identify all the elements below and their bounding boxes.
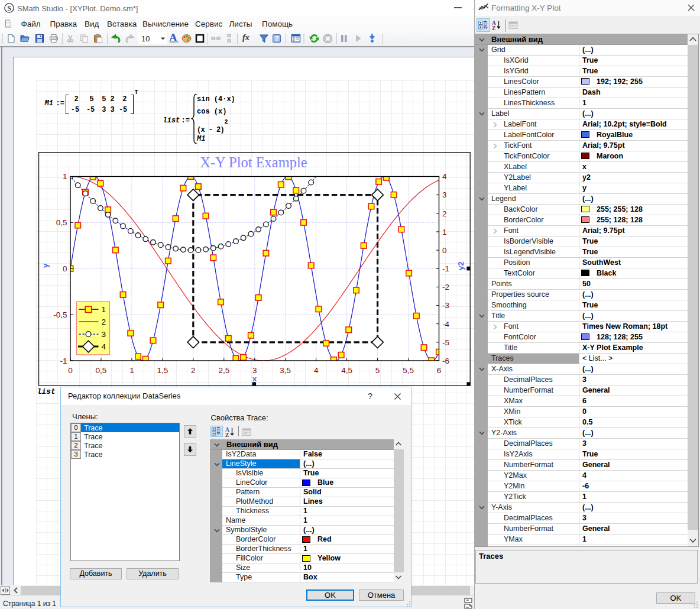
svg-text:2: 2 bbox=[442, 209, 447, 218]
svg-text:3: 3 bbox=[102, 330, 106, 339]
svg-text:2,5: 2,5 bbox=[218, 366, 229, 375]
svg-text:1,5: 1,5 bbox=[157, 366, 168, 375]
svg-text:2: 2 bbox=[191, 366, 196, 375]
svg-text:1: 1 bbox=[129, 366, 134, 375]
svg-text:0: 0 bbox=[63, 264, 67, 273]
svg-text:-0,5: -0,5 bbox=[53, 310, 67, 319]
svg-text:1: 1 bbox=[63, 172, 67, 181]
svg-text:-1: -1 bbox=[442, 264, 449, 273]
svg-text:-4: -4 bbox=[442, 320, 449, 329]
svg-text:5,5: 5,5 bbox=[403, 366, 414, 375]
svg-text:0,5: 0,5 bbox=[56, 218, 67, 227]
svg-text:Z: Z bbox=[225, 432, 229, 438]
svg-text:4: 4 bbox=[102, 342, 106, 351]
svg-text:-5: -5 bbox=[442, 338, 449, 347]
svg-text:S: S bbox=[7, 4, 11, 12]
svg-text:1: 1 bbox=[102, 305, 106, 314]
svg-text:-2: -2 bbox=[442, 283, 449, 291]
svg-text:-6: -6 bbox=[442, 357, 449, 365]
svg-text:0: 0 bbox=[68, 366, 73, 375]
svg-text:3: 3 bbox=[442, 190, 447, 199]
svg-text:-3: -3 bbox=[442, 301, 449, 310]
svg-text:4,5: 4,5 bbox=[341, 366, 352, 375]
svg-text:x: x bbox=[252, 374, 257, 383]
svg-text:2: 2 bbox=[102, 318, 106, 326]
svg-text:3: 3 bbox=[252, 366, 257, 375]
svg-text:-1: -1 bbox=[60, 357, 67, 365]
svg-text:6: 6 bbox=[437, 366, 442, 375]
svg-text:5: 5 bbox=[375, 366, 380, 375]
svg-text:X-Y Plot Example: X-Y Plot Example bbox=[200, 154, 307, 170]
svg-text:1: 1 bbox=[442, 228, 447, 237]
svg-text:?: ? bbox=[275, 35, 279, 42]
svg-text:0: 0 bbox=[442, 246, 447, 255]
svg-text:0,5: 0,5 bbox=[96, 366, 107, 375]
svg-text:4: 4 bbox=[314, 366, 319, 375]
svg-text:y: y bbox=[41, 263, 50, 268]
svg-text:y2: y2 bbox=[456, 261, 465, 270]
svg-text:Z: Z bbox=[492, 25, 495, 31]
svg-text:3,5: 3,5 bbox=[280, 366, 291, 375]
svg-text:4: 4 bbox=[442, 172, 447, 181]
